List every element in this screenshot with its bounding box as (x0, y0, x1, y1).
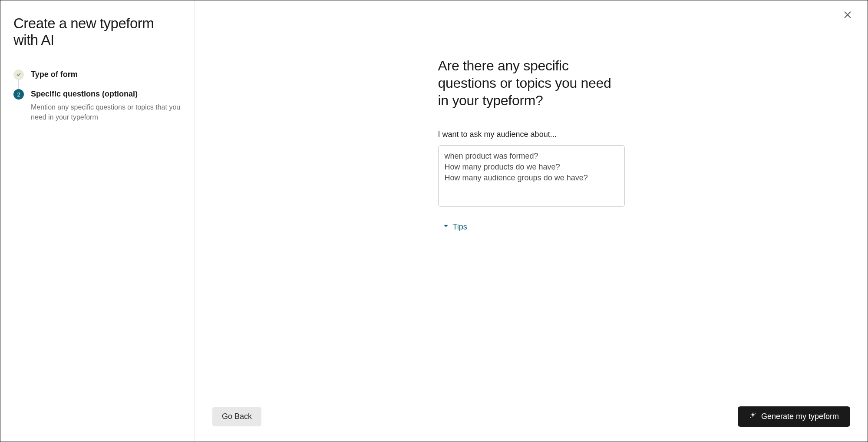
step-body: Type of form (31, 69, 182, 80)
content-inner: Are there any specific questions or topi… (438, 57, 625, 406)
tips-toggle[interactable]: Tips (438, 221, 472, 233)
step-indicator-completed (13, 70, 24, 80)
footer-actions: Go Back Generate my typeform (195, 406, 868, 442)
step-connector (18, 80, 19, 89)
tips-label: Tips (453, 223, 467, 232)
generate-label: Generate my typeform (761, 412, 839, 421)
step-specific-questions[interactable]: 2 Specific questions (optional) Mention … (13, 89, 182, 131)
svg-point-3 (750, 417, 751, 418)
main-panel: Are there any specific questions or topi… (195, 0, 868, 442)
steps-list: Type of form 2 Specific questions (optio… (13, 69, 182, 131)
step-type-of-form[interactable]: Type of form (13, 69, 182, 89)
step-title: Type of form (31, 70, 182, 80)
page-title: Create a new typeform with AI (13, 15, 182, 48)
close-icon (843, 10, 852, 21)
field-label: I want to ask my audience about... (438, 130, 625, 139)
sparkle-icon (749, 412, 757, 422)
app-root: Create a new typeform with AI Type of fo… (0, 0, 868, 442)
step-title: Specific questions (optional) (31, 89, 182, 99)
step-number: 2 (17, 91, 20, 98)
sidebar: Create a new typeform with AI Type of fo… (0, 0, 195, 442)
check-icon (16, 72, 21, 78)
step-indicator-active: 2 (13, 89, 24, 100)
generate-button[interactable]: Generate my typeform (738, 406, 850, 427)
questions-textarea[interactable] (438, 145, 625, 207)
question-heading: Are there any specific questions or topi… (438, 57, 625, 109)
go-back-button[interactable]: Go Back (212, 407, 261, 426)
close-button[interactable] (841, 8, 855, 22)
step-body: Specific questions (optional) Mention an… (31, 89, 182, 122)
content-area: Are there any specific questions or topi… (195, 0, 868, 406)
step-description: Mention any specific questions or topics… (31, 103, 182, 122)
chevron-down-icon (442, 223, 449, 232)
svg-point-2 (755, 413, 756, 414)
go-back-label: Go Back (222, 412, 252, 421)
